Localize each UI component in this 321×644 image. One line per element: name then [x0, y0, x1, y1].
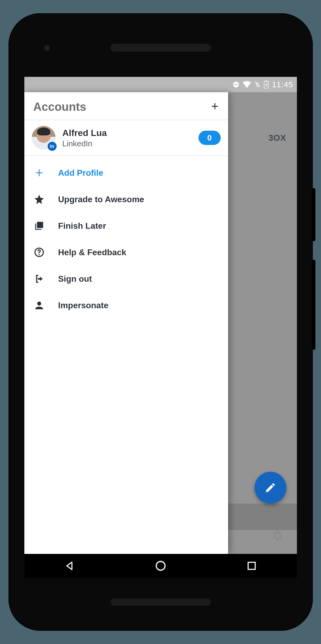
svg-point-6 — [38, 254, 40, 255]
queued-count-pill[interactable]: 0 — [198, 131, 221, 145]
svg-rect-9 — [248, 562, 255, 570]
drawer-menu: Add Profile Upgrade to Awesome Finish La… — [24, 156, 228, 319]
nav-drawer: Accounts in Alfred Lua LinkedIn 0 — [24, 92, 228, 554]
recents-square-icon — [246, 561, 257, 571]
status-time: 11:45 — [272, 80, 293, 89]
plus-icon — [210, 101, 220, 112]
menu-label: Finish Later — [58, 221, 106, 231]
avatar: in — [32, 126, 56, 150]
menu-item-add-profile[interactable]: Add Profile — [24, 160, 228, 186]
svg-point-8 — [156, 562, 165, 570]
drawer-header: Accounts — [24, 92, 228, 120]
plus-icon — [33, 167, 45, 179]
menu-item-help[interactable]: Help & Feedback — [24, 239, 228, 266]
add-account-button[interactable] — [210, 101, 220, 113]
phone-speaker — [110, 599, 211, 606]
pencil-icon — [265, 482, 276, 493]
phone-frame: 11:45 3OX Accounts — [8, 13, 313, 631]
sign-out-icon — [33, 273, 45, 285]
menu-label: Impersonate — [58, 301, 108, 310]
phone-side-button — [312, 260, 315, 350]
svg-rect-4 — [37, 222, 43, 228]
compose-fab[interactable] — [255, 472, 286, 504]
nav-recents-button[interactable] — [246, 561, 257, 571]
svg-point-7 — [37, 302, 41, 306]
stack-icon — [33, 220, 45, 232]
menu-label: Sign out — [58, 274, 92, 284]
account-text: Alfred Lua LinkedIn — [62, 128, 192, 148]
nav-home-button[interactable] — [155, 560, 166, 572]
svg-rect-3 — [266, 81, 267, 81]
menu-label: Upgrade to Awesome — [58, 195, 144, 204]
menu-item-impersonate[interactable]: Impersonate — [24, 292, 228, 319]
device-screen: 11:45 3OX Accounts — [24, 77, 297, 578]
linkedin-badge-icon: in — [48, 142, 57, 151]
background-tab-fragment: 3OX — [268, 133, 286, 143]
wifi-icon — [243, 81, 251, 88]
menu-item-finish-later[interactable]: Finish Later — [24, 213, 228, 239]
menu-label: Help & Feedback — [58, 248, 126, 257]
do-not-disturb-icon — [233, 81, 239, 88]
home-circle-icon — [155, 560, 166, 572]
menu-item-upgrade[interactable]: Upgrade to Awesome — [24, 186, 228, 213]
svg-rect-1 — [234, 84, 238, 85]
account-name: Alfred Lua — [62, 128, 192, 138]
no-sim-icon — [254, 81, 261, 88]
person-icon — [33, 299, 45, 311]
help-icon — [33, 246, 45, 258]
account-network: LinkedIn — [62, 139, 192, 148]
phone-side-button — [312, 188, 315, 241]
settings-button[interactable] — [272, 530, 284, 543]
drawer-title: Accounts — [33, 100, 86, 113]
status-bar: 11:45 — [24, 77, 297, 92]
nav-back-button[interactable] — [64, 560, 75, 571]
account-row[interactable]: in Alfred Lua LinkedIn 0 — [24, 120, 228, 156]
menu-item-sign-out[interactable]: Sign out — [24, 266, 228, 292]
star-icon — [33, 193, 45, 205]
gear-icon — [272, 530, 284, 542]
back-triangle-icon — [64, 560, 75, 571]
menu-label: Add Profile — [58, 168, 103, 178]
android-navbar — [24, 554, 297, 578]
battery-charging-icon — [264, 81, 269, 89]
